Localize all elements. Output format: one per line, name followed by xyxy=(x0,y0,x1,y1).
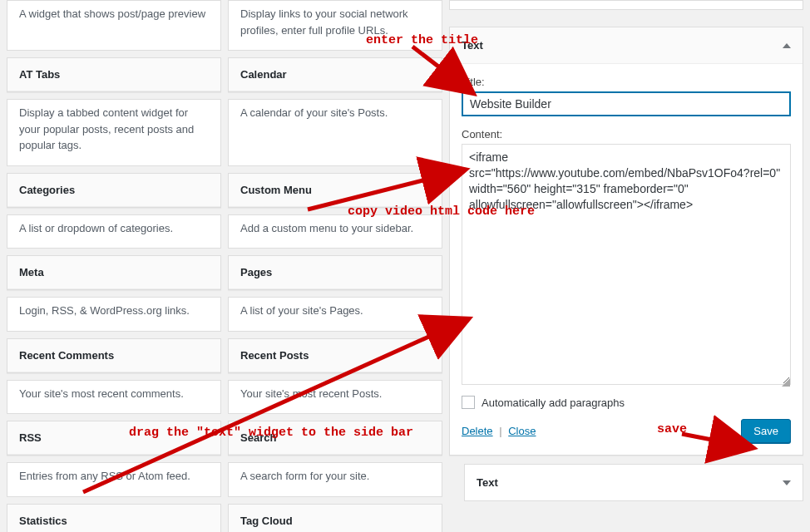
title-input[interactable] xyxy=(462,91,791,116)
widget-desc: Display a tabbed content widget for your… xyxy=(7,99,221,166)
widget-recent-posts[interactable]: Recent Posts xyxy=(228,338,442,373)
collapse-icon[interactable] xyxy=(783,43,791,48)
sidebar-area: Text Title: Content: Automatically add p… xyxy=(449,0,810,532)
widget-categories[interactable]: Categories xyxy=(7,173,221,208)
widget-desc: Login, RSS, & WordPress.org links. xyxy=(7,297,221,332)
widget-meta[interactable]: Meta xyxy=(7,255,221,290)
widget-title[interactable]: Search xyxy=(229,421,442,455)
widget-desc: A calendar of your site's Posts. xyxy=(228,99,442,166)
available-widgets: A widget that shows post/page preview Di… xyxy=(0,0,449,532)
expand-icon[interactable] xyxy=(783,480,791,485)
panel-header[interactable]: Text xyxy=(450,27,803,63)
widget-rss[interactable]: RSS xyxy=(7,421,221,456)
widget-title[interactable]: Recent Posts xyxy=(229,339,442,372)
widget-desc: Add a custom menu to your sidebar. xyxy=(228,214,442,249)
widget-title[interactable]: Statistics xyxy=(7,505,220,533)
widget-desc: A widget that shows post/page preview xyxy=(7,0,221,51)
widget-title[interactable]: Pages xyxy=(229,256,442,289)
text-widget-open: Text Title: Content: Automatically add p… xyxy=(449,27,803,456)
widget-desc: Your site's most recent comments. xyxy=(7,380,221,415)
widget-title[interactable]: Meta xyxy=(7,256,220,289)
widget-title[interactable]: Categories xyxy=(7,174,220,207)
widget-title[interactable]: Recent Comments xyxy=(7,339,220,372)
autop-checkbox[interactable] xyxy=(462,396,475,409)
content-textarea[interactable] xyxy=(462,144,791,385)
title-label: Title: xyxy=(462,76,791,88)
widget-tag-cloud[interactable]: Tag Cloud xyxy=(228,504,442,533)
sidebar-slot xyxy=(449,0,803,10)
widget-title[interactable]: Custom Menu xyxy=(229,174,442,207)
widget-desc: Your site's most recent Posts. xyxy=(228,380,442,415)
widget-title[interactable]: Tag Cloud xyxy=(229,505,442,533)
widget-statistics[interactable]: Statistics xyxy=(7,504,221,533)
widget-title[interactable]: AT Tabs xyxy=(7,58,220,91)
widget-desc: A search form for your site. xyxy=(228,462,442,497)
widget-title[interactable]: RSS xyxy=(7,421,220,455)
widget-desc: A list of your site's Pages. xyxy=(228,297,442,332)
widget-desc: Entries from any RSS or Atom feed. xyxy=(7,462,221,497)
delete-link[interactable]: Delete xyxy=(462,425,493,437)
widget-at-tabs[interactable]: AT Tabs xyxy=(7,57,221,92)
text-widget-collapsed[interactable]: Text xyxy=(464,464,803,501)
close-link[interactable]: Close xyxy=(508,425,536,437)
separator: | xyxy=(499,425,501,437)
widget-pages[interactable]: Pages xyxy=(228,255,442,290)
autop-label: Automatically add paragraphs xyxy=(482,397,625,409)
widget-desc: A list or dropdown of categories. xyxy=(7,214,221,249)
save-button[interactable]: Save xyxy=(741,419,791,443)
widget-title[interactable]: Calendar xyxy=(229,58,442,91)
widget-search[interactable]: Search xyxy=(228,421,442,456)
widget-calendar[interactable]: Calendar xyxy=(228,57,442,92)
panel-title: Text xyxy=(462,39,483,52)
widget-recent-comments[interactable]: Recent Comments xyxy=(7,338,221,373)
widget-desc: Display links to your social network pro… xyxy=(228,0,442,51)
widget-custom-menu[interactable]: Custom Menu xyxy=(228,173,442,208)
panel-title: Text xyxy=(477,476,498,489)
content-label: Content: xyxy=(462,128,791,140)
